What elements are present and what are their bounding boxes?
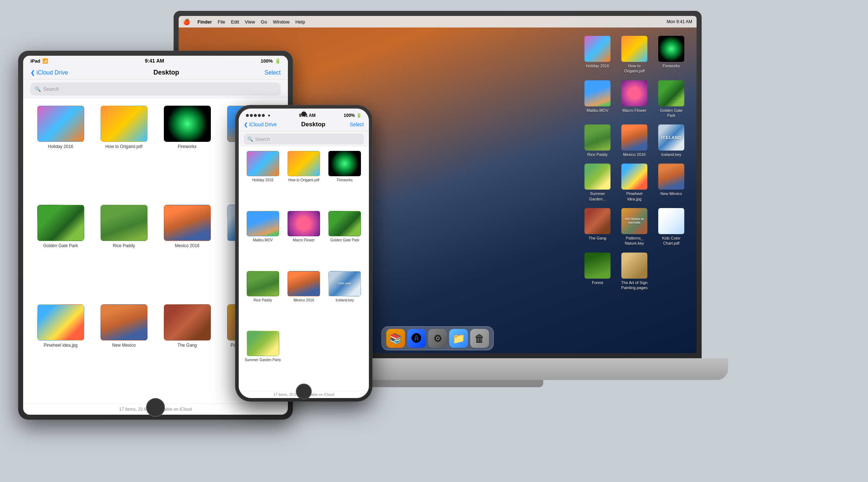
iphone-battery-pct: 100% <box>344 113 355 118</box>
desktop-icon-patterns[interactable]: PATTERNS IN NATURE Patterns_ Nature.key <box>618 208 651 246</box>
desktop-icon-summer[interactable]: Summer Garden... <box>581 164 614 202</box>
iphone-home-button[interactable] <box>296 384 312 399</box>
file-name: Fireworks <box>178 144 196 150</box>
iphone-file-origami[interactable]: How to Origami.pdf <box>283 149 324 209</box>
icon-thumb <box>584 208 610 234</box>
icon-label: Patterns_ Nature.key <box>620 236 649 246</box>
carrier-label: ▼ <box>267 114 271 118</box>
ipad-file-newmexico[interactable]: New Mexico <box>92 301 156 400</box>
dock-appstore[interactable]: 🅐 <box>407 329 426 348</box>
icon-label: Forest <box>592 280 603 285</box>
ipad-file-gang[interactable]: The Gang <box>156 301 219 400</box>
file-name: Macro Flower <box>293 238 315 242</box>
ipad-home-button[interactable] <box>146 398 165 417</box>
ipad-back-label: iCloud Drive <box>37 69 68 76</box>
iphone-file-mexico[interactable]: Mexico 2016 <box>283 269 324 329</box>
ipad-search-input[interactable]: 🔍 Search <box>30 83 281 96</box>
icon-label: New Mexico <box>660 191 682 196</box>
icon-thumb <box>658 208 684 234</box>
desktop-icon-mexico[interactable]: Mexico 2016 <box>618 124 651 157</box>
menu-window[interactable]: Window <box>273 19 289 25</box>
desktop-icon-forest[interactable]: Forest <box>581 253 614 291</box>
file-name: Pinwheel idea.jpg <box>43 343 77 348</box>
mac-dock: 📚 🅐 ⚙ 📁 🗑 <box>382 326 494 350</box>
menu-view[interactable]: View <box>245 19 255 25</box>
signal-dot <box>254 114 257 117</box>
ipad-file-pinwheel[interactable]: Pinwheel idea.jpg <box>29 301 92 400</box>
iphone-file-macro[interactable]: Macro Flower <box>283 209 324 269</box>
iphone-file-golden[interactable]: Golden Gate Park <box>324 209 365 269</box>
mac-menubar: 🍎 Finder File Edit View Go Window Help M… <box>179 16 697 28</box>
icon-label: Summer Garden... <box>583 191 612 202</box>
chevron-left-icon: ❮ <box>30 69 35 76</box>
dock-finder[interactable]: 📁 <box>449 329 468 348</box>
dock-settings[interactable]: ⚙ <box>428 329 447 348</box>
icon-label: Pinwheel Idea.jpg <box>620 191 649 202</box>
file-thumb <box>164 106 211 142</box>
dock-books[interactable]: 📚 <box>386 329 405 348</box>
desktop-icon-gang[interactable]: The Gang <box>581 208 614 246</box>
iphone-select-button[interactable]: Select <box>350 122 364 127</box>
desktop-icon-newmexico[interactable]: New Mexico <box>655 164 688 202</box>
iphone-back-label: iCloud Drive <box>249 122 277 127</box>
ipad-file-golden[interactable]: Golden Gate Park <box>29 201 92 300</box>
desktop-icon-kidschart[interactable]: Kids Color Chart.pdf <box>655 208 688 246</box>
signal-dot <box>250 114 253 117</box>
icon-label: Mexico 2016 <box>623 152 646 157</box>
desktop-icon-golden[interactable]: Golden Gate Park <box>655 80 688 118</box>
dock-trash[interactable]: 🗑 <box>470 329 489 348</box>
desktop-icon-malibu[interactable]: Malibu.MOV <box>581 80 614 118</box>
menu-finder[interactable]: Finder <box>197 19 212 25</box>
icon-label: Golden Gate Park <box>657 108 686 118</box>
file-thumb <box>101 304 148 341</box>
iphone-file-rice[interactable]: Rice Paddy <box>242 269 283 329</box>
ipad-select-button[interactable]: Select <box>265 69 281 76</box>
iphone-file-holiday[interactable]: Holiday 2016 <box>242 149 283 209</box>
file-thumb <box>37 205 84 241</box>
ipad-battery-icon: 🔋 <box>275 58 281 64</box>
file-thumb <box>247 271 279 296</box>
icon-label: The Art of Sign Painting.pages <box>620 280 649 291</box>
icon-thumb: PATTERNS IN NATURE <box>621 208 647 234</box>
ipad-nav-title: Desktop <box>68 69 264 76</box>
menu-edit[interactable]: Edit <box>231 19 239 25</box>
desktop-icon-artbook[interactable]: The Art of Sign Painting.pages <box>618 253 651 291</box>
ipad-back-button[interactable]: ❮ iCloud Drive <box>30 69 68 76</box>
time-display: Mon 9:41 AM <box>667 19 692 24</box>
file-name: How to Origami.pdf <box>105 144 142 150</box>
iphone-search-input[interactable]: 🔍 Search <box>244 134 364 144</box>
menu-help[interactable]: Help <box>295 19 305 25</box>
iphone-file-iceland[interactable]: ICELAND Iceland.key <box>324 269 365 329</box>
desktop-icon-iceland[interactable]: ICELAND Iceland.key <box>655 124 688 157</box>
iphone-body: ▼ 9:41 AM 100% 🔋 ❮ iCloud Drive Desktop … <box>235 105 373 402</box>
iphone-file-malibu[interactable]: Malibu.MOV <box>242 209 283 269</box>
icon-thumb <box>621 124 647 151</box>
desktop-icon-fireworks[interactable]: Fireworks <box>655 36 688 74</box>
iphone-file-summer[interactable]: Summer Garden Party <box>242 329 283 389</box>
desktop-icon-holiday2016[interactable]: Holiday 2016 <box>581 36 614 74</box>
iphone-back-button[interactable]: ❮ iCloud Drive <box>244 122 277 127</box>
iphone-camera <box>301 111 306 117</box>
file-thumb <box>247 211 279 236</box>
ipad-model: iPad <box>30 58 40 64</box>
desktop-icon-macro[interactable]: Macro Flower <box>618 80 651 118</box>
icon-thumb <box>584 124 610 151</box>
ipad-file-rice[interactable]: Rice Paddy <box>92 201 156 300</box>
search-icon: 🔍 <box>247 136 253 142</box>
ipad-file-mexico[interactable]: Mexico 2016 <box>156 201 219 300</box>
apple-icon[interactable]: 🍎 <box>183 18 190 25</box>
icon-thumb <box>621 80 647 106</box>
ipad-search-bar: 🔍 Search <box>23 80 288 98</box>
menu-file[interactable]: File <box>218 19 225 25</box>
desktop-icon-pinwheel[interactable]: Pinwheel Idea.jpg <box>618 164 651 202</box>
iphone-file-fireworks[interactable]: Fireworks <box>324 149 365 209</box>
ipad-battery-pct: 100% <box>261 58 273 64</box>
desktop-icon-rice[interactable]: Rice Paddy <box>581 124 614 157</box>
ipad-navbar: ❮ iCloud Drive Desktop Select <box>23 66 288 80</box>
ipad-file-origami[interactable]: How to Origami.pdf <box>92 102 156 201</box>
ipad-file-holiday[interactable]: Holiday 2016 <box>29 102 92 201</box>
menu-go[interactable]: Go <box>261 19 267 25</box>
ipad-file-fireworks[interactable]: Fireworks <box>156 102 219 201</box>
iphone-file-grid: Holiday 2016 How to Origami.pdf Firework… <box>239 147 369 391</box>
desktop-icon-origami[interactable]: How to Origami.pdf <box>618 36 651 74</box>
